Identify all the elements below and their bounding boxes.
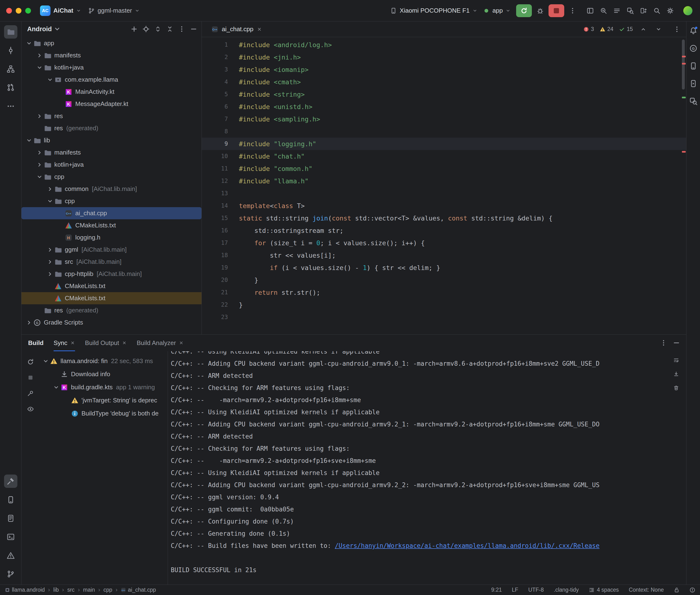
chevron-down-icon[interactable]: [41, 358, 50, 364]
code-line[interactable]: 15static std::string join(const std::vec…: [202, 212, 686, 224]
line-number[interactable]: 9: [202, 140, 237, 147]
logcat-button[interactable]: [4, 512, 18, 525]
tree-item-kotlin-java[interactable]: kotlin+java: [22, 61, 201, 74]
chevron-right-icon[interactable]: [35, 52, 44, 59]
tree-item-build-gradle-kts[interactable]: Kbuild.gradle.ktsapp 1 warning: [39, 381, 168, 394]
tree-item-res[interactable]: res(generated): [22, 304, 201, 316]
editor-scrollbar[interactable]: [682, 39, 685, 89]
build-console[interactable]: C/C++: -- Using KleidiAI optimized kerne…: [168, 351, 686, 585]
tree-item-llama-android-fin[interactable]: llama.android: fin22 sec, 583 ms: [39, 355, 168, 368]
code-line[interactable]: 11#include "common.h": [202, 162, 686, 175]
line-number[interactable]: 8: [202, 128, 237, 135]
layout-inspector-button[interactable]: [688, 95, 699, 107]
code-line[interactable]: 8: [202, 125, 686, 138]
code-line[interactable]: 7#include <sampling.h>: [202, 113, 686, 125]
line-number[interactable]: 23: [202, 314, 237, 320]
fullscreen-window-button[interactable]: [25, 8, 31, 13]
app-inspection-button[interactable]: [624, 5, 636, 17]
tree-item-src[interactable]: src[AiChat.lib.main]: [22, 256, 201, 268]
line-number[interactable]: 14: [202, 202, 237, 209]
tree-item-jvmtarget-string-is-deprec[interactable]: 'jvmTarget: String' is deprec: [39, 394, 168, 407]
line-number[interactable]: 22: [202, 302, 237, 308]
line-number[interactable]: 20: [202, 277, 237, 283]
problems-button[interactable]: [4, 549, 18, 562]
code-line[interactable]: 4#include <cmath>: [202, 76, 686, 88]
tree-item-manifests[interactable]: manifests: [22, 146, 201, 159]
rerun-sync-button[interactable]: [25, 356, 36, 368]
branch-selector[interactable]: ggml-master: [88, 7, 140, 14]
gradle-button[interactable]: G: [688, 42, 699, 54]
pull-requests-button[interactable]: [4, 81, 18, 94]
code-line[interactable]: 10#include "chat.h": [202, 150, 686, 162]
code-line[interactable]: 2#include <jni.h>: [202, 51, 686, 63]
line-number[interactable]: 11: [202, 165, 237, 172]
tree-item-cpp[interactable]: cpp: [22, 195, 201, 207]
lock-widget[interactable]: [674, 587, 679, 593]
chevron-down-icon[interactable]: [25, 137, 33, 144]
code-line[interactable]: 9#include "logging.h": [202, 138, 686, 150]
device-explorer-button[interactable]: [4, 493, 18, 506]
line-number[interactable]: 6: [202, 103, 237, 110]
tree-item-gradle-scripts[interactable]: GGradle Scripts: [22, 316, 201, 329]
notifications-button[interactable]: [688, 25, 699, 37]
next-problem-button[interactable]: [654, 25, 663, 34]
device-manager-button[interactable]: [688, 60, 699, 72]
search-everywhere-button[interactable]: [651, 5, 663, 17]
line-number[interactable]: 19: [202, 264, 237, 271]
scroll-to-end-button[interactable]: [671, 369, 681, 379]
warning-count[interactable]: 24: [600, 26, 614, 32]
select-opened-file-button[interactable]: [140, 23, 152, 35]
chevron-right-icon[interactable]: [35, 149, 44, 156]
chevron-down-icon[interactable]: [35, 174, 44, 180]
hide-panel-button[interactable]: [188, 23, 200, 35]
tree-item-res[interactable]: res(generated): [22, 122, 201, 134]
code-line[interactable]: 18 str << values[i];: [202, 249, 686, 261]
minimize-window-button[interactable]: [16, 8, 22, 13]
prev-problem-button[interactable]: [639, 25, 648, 34]
chevron-right-icon[interactable]: [46, 259, 54, 265]
tree-item-logging-h[interactable]: Hlogging.h: [22, 231, 201, 244]
project-selector[interactable]: AC AiChat: [40, 5, 81, 16]
build-button[interactable]: [4, 475, 18, 488]
tab-build-analyzer[interactable]: Build Analyzer: [137, 335, 184, 351]
line-number[interactable]: 3: [202, 66, 237, 73]
line-number[interactable]: 12: [202, 178, 237, 184]
project-view-mode[interactable]: Android: [27, 26, 52, 33]
chevron-right-icon[interactable]: [46, 186, 54, 192]
tree-item-ai-chat-cpp[interactable]: C++ai_chat.cpp: [22, 207, 201, 219]
build-options-button[interactable]: [657, 337, 670, 349]
running-devices-button[interactable]: [688, 78, 699, 89]
terminal-button[interactable]: [4, 530, 18, 544]
tree-item-mainactivity-kt[interactable]: KMainActivity.kt: [22, 86, 201, 98]
show-options-button[interactable]: [25, 403, 36, 415]
version-control-button[interactable]: [4, 567, 18, 581]
clang-tidy[interactable]: .clang-tidy: [554, 587, 579, 593]
chevron-right-icon[interactable]: [35, 162, 44, 168]
tree-item-cmakelists-txt[interactable]: CMakeLists.txt: [22, 280, 201, 292]
line-number[interactable]: 10: [202, 153, 237, 160]
rerun-button[interactable]: [516, 4, 532, 17]
caret-position[interactable]: 9:21: [491, 587, 502, 593]
chevron-down-icon[interactable]: [54, 26, 61, 33]
line-number[interactable]: 15: [202, 215, 237, 221]
settings-button[interactable]: [664, 5, 676, 17]
new-button[interactable]: [128, 23, 140, 35]
notifications-widget[interactable]: [690, 587, 695, 593]
profiler-button[interactable]: [597, 5, 610, 17]
close-tab-icon[interactable]: [257, 27, 262, 32]
code-line[interactable]: 16 std::ostringstream str;: [202, 224, 686, 237]
run-config-selector[interactable]: app: [483, 7, 510, 14]
chevron-right-icon[interactable]: [46, 271, 54, 277]
tree-item-res[interactable]: res: [22, 110, 201, 122]
tree-item-buildtype-debug-is-both-de[interactable]: BuildType 'debug' is both de: [39, 407, 168, 420]
code-area[interactable]: 1#include <android/log.h>2#include <jni.…: [202, 37, 686, 334]
breadcrumb-ai-chat-cpp[interactable]: C++ai_chat.cpp: [121, 587, 156, 593]
console-link[interactable]: /Users/hanyin/Workspace/ai-chat/examples…: [335, 542, 599, 549]
breadcrumb-src[interactable]: src: [67, 587, 75, 593]
breadcrumb-main[interactable]: main: [83, 587, 95, 593]
inspections-widget[interactable]: 3 24 15: [583, 22, 663, 37]
tree-item-lib[interactable]: lib: [22, 134, 201, 146]
code-line[interactable]: 5#include <string>: [202, 88, 686, 101]
code-line[interactable]: 17 for (size_t i = 0; i < values.size();…: [202, 237, 686, 249]
indent-style[interactable]: 4 spaces: [589, 587, 619, 593]
